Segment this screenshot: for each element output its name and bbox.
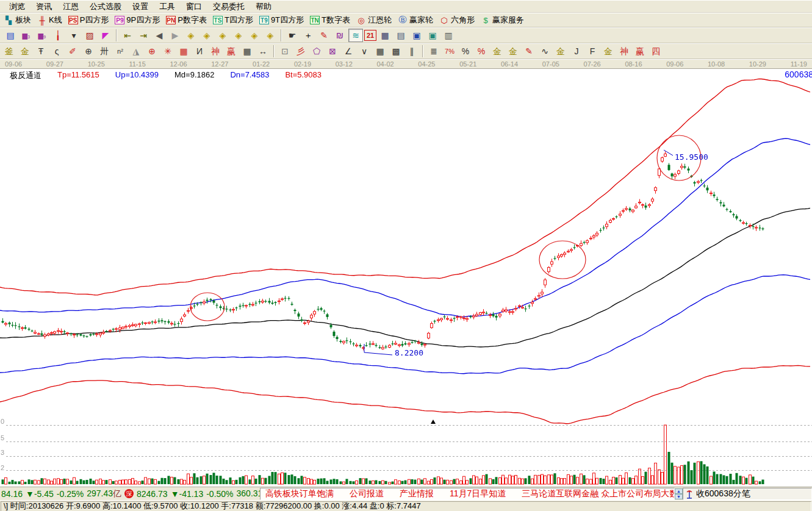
tick-feed-panel[interactable]: 收600638分笔 bbox=[683, 488, 812, 500]
gann-right-icon[interactable]: ◈ bbox=[199, 29, 214, 42]
print-icon[interactable]: ▥ bbox=[441, 29, 456, 42]
parallel-lines-icon[interactable]: ∥ bbox=[404, 45, 419, 58]
next-bar-icon[interactable]: ▶ bbox=[168, 29, 182, 42]
circle-arrow-icon[interactable]: ⊕ bbox=[81, 45, 96, 58]
hexagon-button[interactable]: ⬡六角形 bbox=[437, 14, 478, 26]
t9-square-button[interactable]: T99T四方形 bbox=[257, 14, 307, 26]
pct-icon[interactable]: % bbox=[458, 45, 473, 58]
ying-angle-icon[interactable]: 赢 bbox=[633, 45, 647, 58]
gann-cross-icon[interactable]: ◈ bbox=[263, 29, 278, 42]
wave-line-icon[interactable]: ∿ bbox=[537, 45, 552, 58]
winner-service-button[interactable]: $赢家服务 bbox=[479, 14, 528, 26]
news-link-2[interactable]: 公司报道 bbox=[350, 488, 384, 499]
shen-ruler-icon[interactable]: 神 bbox=[208, 45, 223, 58]
gann-left-icon[interactable]: ◈ bbox=[184, 29, 198, 42]
calendar-21-icon[interactable]: 21 bbox=[364, 30, 376, 41]
p9-square-button[interactable]: P99P四方形 bbox=[113, 14, 163, 26]
save-icon[interactable]: ▣ bbox=[409, 29, 424, 42]
sectors-button[interactable]: ▚板块 bbox=[2, 14, 35, 26]
spiral-icon[interactable]: ς bbox=[49, 45, 64, 58]
gold-ruler2-icon[interactable]: 金 bbox=[18, 45, 32, 58]
price-chart-canvas[interactable] bbox=[0, 69, 812, 487]
fan-lines-icon[interactable]: 彡 bbox=[293, 45, 308, 58]
gold-circle-icon[interactable]: 金 bbox=[490, 45, 505, 58]
bars-3-icon[interactable]: ▆₃ bbox=[19, 29, 34, 42]
gold-underline-icon[interactable]: 金 bbox=[553, 45, 568, 58]
pct7-icon[interactable]: 7% bbox=[442, 45, 457, 58]
kline-style-icon[interactable]: ╽ bbox=[51, 29, 65, 42]
v-line-icon[interactable]: ∨ bbox=[357, 45, 372, 58]
gold-angle-icon[interactable]: 金 bbox=[601, 45, 616, 58]
comb-ruler-icon[interactable]: 卅 bbox=[97, 45, 112, 58]
n2-ruler-icon[interactable]: n² bbox=[113, 45, 128, 58]
k-mark-icon[interactable]: И bbox=[192, 45, 207, 58]
pct-line-icon[interactable]: % bbox=[474, 45, 489, 58]
f-ruler-icon[interactable]: Ŧ bbox=[34, 45, 48, 58]
kline-style-dropdown[interactable]: ▾ bbox=[66, 29, 81, 42]
menu-window[interactable]: 窗口 bbox=[181, 1, 207, 13]
menu-help[interactable]: 帮助 bbox=[250, 1, 277, 13]
news-link-5[interactable]: 三马论道互联网金融 众上市公司布局大数据 bbox=[522, 488, 675, 499]
pentagon-fan-icon[interactable]: ⬠ bbox=[309, 45, 324, 58]
prev-bar-icon[interactable]: ◀ bbox=[152, 29, 167, 42]
starburst-icon[interactable]: ✳ bbox=[160, 45, 175, 58]
news-link-1[interactable]: 高铁板块订单饱满 bbox=[265, 488, 334, 499]
menu-gann[interactable]: 江恩 bbox=[57, 1, 84, 13]
save-web-icon[interactable]: ▣ bbox=[425, 29, 440, 42]
gann-compress-icon[interactable]: ◈ bbox=[231, 29, 246, 42]
kline-button[interactable]: ╫K线 bbox=[35, 14, 66, 26]
mark-tool-icon[interactable]: ✎ bbox=[317, 29, 331, 42]
j-angle-icon[interactable]: J bbox=[569, 45, 584, 58]
hand-tool-icon[interactable]: ☛ bbox=[285, 29, 300, 42]
box-fan-icon[interactable]: ⊠ bbox=[325, 45, 340, 58]
last-bar-icon[interactable]: ⇥ bbox=[136, 29, 151, 42]
p-table-button[interactable]: PNP数字表 bbox=[164, 14, 210, 26]
f-angle-icon[interactable]: F bbox=[585, 45, 600, 58]
wave-paint-icon[interactable]: ▨ bbox=[82, 29, 97, 42]
gann-grid-icon[interactable]: ▦ bbox=[373, 45, 387, 58]
gann-wheel-button[interactable]: ◎江恩轮 bbox=[354, 14, 395, 26]
gann-star-icon[interactable]: ◈ bbox=[247, 29, 262, 42]
news-link-4[interactable]: 11月7日早知道 bbox=[450, 488, 506, 499]
menu-news[interactable]: 资讯 bbox=[31, 1, 57, 13]
grid-target-icon[interactable]: ▦ bbox=[176, 45, 191, 58]
bars-9-icon[interactable]: ▆₉ bbox=[35, 29, 49, 42]
circle-cross-icon[interactable]: ⊕ bbox=[145, 45, 159, 58]
shen-angle-icon[interactable]: 神 bbox=[617, 45, 631, 58]
gold-line-icon[interactable]: 金 bbox=[506, 45, 520, 58]
flag-angle-icon[interactable]: ◮ bbox=[129, 45, 143, 58]
grid-axis-icon[interactable]: ▩ bbox=[389, 45, 403, 58]
ribbon-tool-icon[interactable]: ₪ bbox=[332, 29, 347, 42]
pen-bars-icon[interactable]: ✎ bbox=[522, 45, 536, 58]
color-histogram-icon[interactable]: ◤ bbox=[98, 29, 113, 42]
p-square-button[interactable]: PSP四方形 bbox=[66, 14, 113, 26]
t-table-button[interactable]: TNT数字表 bbox=[308, 14, 354, 26]
menu-settings[interactable]: 设置 bbox=[127, 1, 154, 13]
notes-pad-icon[interactable]: ▤ bbox=[393, 29, 408, 42]
first-bar-icon[interactable]: ⇤ bbox=[120, 29, 135, 42]
ying-ruler-icon[interactable]: 赢 bbox=[224, 45, 239, 58]
box-ruler-icon[interactable]: ⊡ bbox=[278, 45, 292, 58]
menu-formula-stockpick[interactable]: 公式选股 bbox=[84, 1, 127, 13]
news-scroll-down-button[interactable]: ▼ bbox=[675, 494, 683, 499]
width-arrows-icon[interactable]: ↔ bbox=[256, 45, 270, 58]
si-angle-icon[interactable]: 四 bbox=[649, 45, 663, 58]
menu-browse[interactable]: 浏览 bbox=[4, 1, 31, 13]
angle-line-icon[interactable]: ∠ bbox=[341, 45, 356, 58]
ruler-123-icon[interactable]: ▦ bbox=[240, 45, 254, 58]
t-square-button[interactable]: TST四方形 bbox=[211, 14, 257, 26]
winner-wheel-button[interactable]: Ⓑ赢家轮 bbox=[396, 14, 437, 26]
channel-tool-icon[interactable]: ≋ bbox=[348, 29, 363, 42]
brush-icon[interactable]: ✐ bbox=[65, 45, 80, 58]
news-scroll-up-button[interactable]: ▲ bbox=[675, 488, 683, 494]
menu-tools[interactable]: 工具 bbox=[154, 1, 181, 13]
gann-expand-icon[interactable]: ◈ bbox=[215, 29, 230, 42]
crosshair-tool-icon[interactable]: ＋ bbox=[301, 29, 315, 42]
gold-ruler-icon[interactable]: 釜 bbox=[2, 45, 16, 58]
navigation-toolbar: ▤▆₃▆₉╽▾▨◤⇤⇥◀▶◈◈◈◈◈◈☛＋✎₪≋21▦▤▣▣▥ bbox=[0, 27, 812, 43]
formula-list-icon[interactable]: ▤ bbox=[3, 29, 18, 42]
menu-trade[interactable]: 交易委托 bbox=[207, 1, 250, 13]
price-ruler-icon[interactable]: ≣ bbox=[426, 45, 441, 58]
news-link-3[interactable]: 产业情报 bbox=[400, 488, 434, 499]
calculator-icon[interactable]: ▦ bbox=[378, 29, 392, 42]
